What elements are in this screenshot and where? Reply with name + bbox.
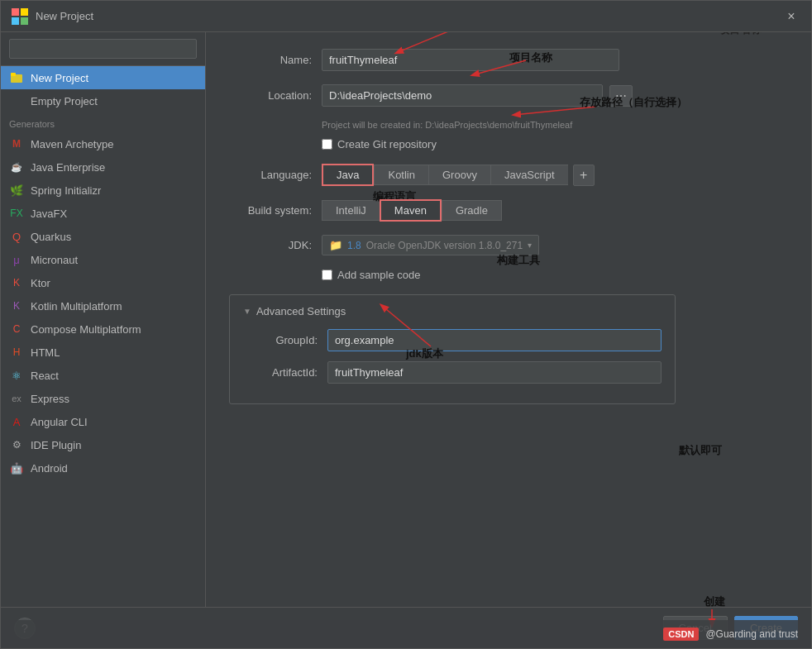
location-row: Location: ⋯ (229, 84, 788, 107)
sample-code-checkbox[interactable] (322, 270, 332, 280)
sidebar-item-express[interactable]: ex Express (1, 387, 205, 410)
close-button[interactable]: × (781, 7, 801, 26)
help-button[interactable]: ? (14, 618, 36, 639)
git-label[interactable]: Create Git repository (337, 138, 437, 150)
sidebar-item-quarkus[interactable]: Q Quarkus (1, 225, 205, 248)
sidebar-item-spring[interactable]: 🌿 Spring Initializr (1, 179, 205, 202)
kotlin-icon: K (9, 298, 24, 313)
sidebar-item-javafx[interactable]: FX JavaFX (1, 202, 205, 225)
jdk-version-text: 1.8 (347, 240, 361, 251)
ktor-icon: K (9, 275, 24, 290)
name-row: Name: (229, 49, 788, 71)
jdk-row: JDK: 📁 1.8 Oracle OpenJDK version 1.8.0_… (229, 235, 788, 255)
jdk-dropdown[interactable]: 📁 1.8 Oracle OpenJDK version 1.8.0_271 ▾ (322, 235, 539, 255)
location-input[interactable] (322, 84, 603, 107)
folder-icon (9, 70, 24, 85)
build-gradle-button[interactable]: Gradle (442, 200, 502, 221)
empty-icon (9, 93, 24, 108)
jdk-chevron-icon: ▾ (528, 241, 532, 250)
build-system-label: Build system: (229, 204, 312, 217)
advanced-settings-section: ▼ Advanced Settings GroupId: ArtifactId: (229, 294, 676, 404)
annotation-project-name: 项目名称 (719, 32, 762, 37)
sidebar-item-maven-archetype[interactable]: M Maven Archetype (1, 132, 205, 155)
sidebar-item-java-enterprise[interactable]: ☕ Java Enterprise (1, 155, 205, 179)
svg-rect-0 (12, 8, 19, 16)
sample-code-label[interactable]: Add sample code (337, 269, 420, 281)
search-input[interactable] (9, 39, 197, 59)
browse-button[interactable]: ⋯ (609, 85, 633, 107)
sidebar-item-ide-plugin[interactable]: ⚙ IDE Plugin (1, 433, 205, 456)
sidebar-item-micronaut[interactable]: μ Micronaut (1, 248, 205, 271)
name-label: Name: (229, 54, 312, 66)
language-row: Language: Java Kotlin Groovy JavaScript … (229, 164, 788, 186)
android-icon: 🤖 (9, 461, 24, 475)
svg-rect-2 (12, 17, 19, 25)
cancel-button[interactable]: Cancel (663, 616, 728, 640)
search-bar (1, 32, 205, 66)
sidebar: New Project Empty Project Generators M M… (1, 32, 206, 607)
action-buttons: Cancel Create (663, 616, 799, 640)
sample-code-row: Add sample code (322, 269, 788, 281)
location-hint: Project will be created in: D:\ideaProje… (322, 120, 788, 130)
language-groovy-button[interactable]: Groovy (428, 165, 490, 185)
maven-icon: M (9, 136, 24, 151)
spring-icon: 🌿 (9, 183, 24, 198)
sidebar-item-new-project-label: New Project (31, 72, 88, 84)
artifact-id-label: ArtifactId: (243, 366, 318, 379)
language-label: Language: (229, 169, 312, 181)
group-id-label: GroupId: (243, 334, 318, 346)
sidebar-item-empty-project[interactable]: Empty Project (1, 89, 205, 112)
git-checkbox[interactable] (322, 139, 332, 150)
sidebar-item-react[interactable]: ⚛ React (1, 364, 205, 387)
language-kotlin-button[interactable]: Kotlin (374, 165, 428, 185)
language-javascript-button[interactable]: JavaScript (490, 165, 568, 185)
artifact-id-input[interactable] (327, 361, 662, 384)
dialog-title: New Project (36, 10, 781, 22)
build-maven-button[interactable]: Maven (380, 199, 442, 222)
add-language-button[interactable]: + (573, 165, 595, 186)
html-icon: H (9, 345, 24, 360)
jdk-full-text: Oracle OpenJDK version 1.8.0_271 (366, 240, 523, 251)
artifact-id-row: ArtifactId: (243, 361, 662, 384)
sidebar-item-kotlin-multiplatform[interactable]: K Kotlin Multiplatform (1, 294, 205, 317)
sidebar-item-angular[interactable]: A Angular CLI (1, 410, 205, 433)
svg-rect-3 (21, 17, 28, 25)
jdk-folder-icon: 📁 (329, 239, 342, 251)
advanced-settings-header[interactable]: ▼ Advanced Settings (243, 305, 662, 317)
title-bar: New Project × (1, 1, 811, 32)
git-checkbox-row: Create Git repository (322, 138, 788, 150)
sidebar-item-ktor[interactable]: K Ktor (1, 271, 205, 294)
language-java-button[interactable]: Java (322, 164, 374, 186)
group-id-input[interactable] (327, 329, 662, 351)
build-system-row: Build system: IntelliJ Maven Gradle (229, 199, 788, 222)
sidebar-item-empty-project-label: Empty Project (31, 95, 98, 107)
ide-plugin-icon: ⚙ (9, 437, 24, 452)
compose-icon: C (9, 322, 24, 336)
create-button[interactable]: Create (734, 616, 798, 640)
advanced-settings-title: Advanced Settings (256, 305, 346, 317)
quarkus-icon: Q (9, 229, 24, 244)
svg-rect-1 (21, 8, 28, 16)
sidebar-item-html[interactable]: H HTML (1, 341, 205, 364)
app-logo (11, 7, 29, 26)
language-button-group: Java Kotlin Groovy JavaScript + (322, 164, 595, 186)
group-id-row: GroupId: (243, 329, 662, 351)
sidebar-item-new-project[interactable]: New Project (1, 66, 205, 89)
react-icon: ⚛ (9, 368, 24, 383)
new-project-dialog: New Project × New Project Empty Project … (0, 0, 812, 649)
angular-icon: A (9, 414, 24, 429)
build-intellij-button[interactable]: IntelliJ (322, 200, 380, 221)
main-content: New Project Empty Project Generators M M… (1, 32, 811, 607)
sidebar-item-compose-multiplatform[interactable]: C Compose Multiplatform (1, 317, 205, 341)
right-panel: Name: Location: ⋯ Project will be create… (206, 32, 811, 607)
sidebar-item-android[interactable]: 🤖 Android (1, 456, 205, 480)
javafx-icon: FX (9, 206, 24, 221)
express-icon: ex (9, 391, 24, 406)
svg-rect-5 (11, 73, 16, 76)
java-enterprise-icon: ☕ (9, 160, 24, 174)
micronaut-icon: μ (9, 252, 24, 267)
name-input[interactable] (322, 49, 619, 71)
bottom-bar: ? Cancel Create (1, 607, 811, 648)
location-label: Location: (229, 89, 312, 102)
generators-section-label: Generators (1, 112, 205, 132)
